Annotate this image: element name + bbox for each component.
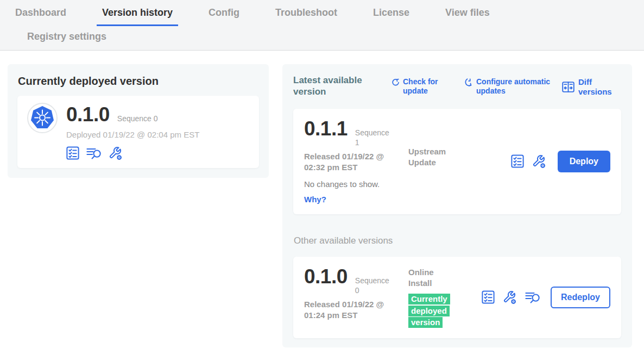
sequence-label: Sequence 1 xyxy=(355,128,390,147)
tab-version-history[interactable]: Version history xyxy=(97,7,178,26)
released-timestamp: Released 01/19/22 @ 01:24 pm EST xyxy=(304,299,395,320)
version-number: 0.1.0 xyxy=(304,266,348,288)
currently-deployed-badge: Currently deployed version xyxy=(408,294,450,328)
deploy-logs-icon[interactable] xyxy=(86,147,102,160)
tab-config[interactable]: Config xyxy=(203,7,245,26)
changes-note: No changes to show. xyxy=(304,179,408,189)
version-source: Online Install xyxy=(408,266,457,288)
latest-available-title: Latest available version xyxy=(293,75,376,97)
currently-deployed-title: Currently deployed version xyxy=(18,75,259,88)
version-row: 0.1.0 Sequence 0 xyxy=(304,266,408,295)
automatic-updates-schedule-icon xyxy=(464,77,473,88)
other-available-versions-title: Other available versions xyxy=(294,235,621,246)
tab-view-files[interactable]: View files xyxy=(440,7,495,26)
tab-dashboard[interactable]: Dashboard xyxy=(10,7,72,26)
preflight-checklist-icon[interactable] xyxy=(66,146,79,160)
why-link[interactable]: Why? xyxy=(304,195,326,204)
other-version-details: 0.1.0 Sequence 0 Released 01/19/22 @ 01:… xyxy=(304,266,408,328)
deployed-version-details: 0.1.0 Sequence 0 Deployed 01/19/22 @ 02:… xyxy=(66,103,199,160)
version-number: 0.1.1 xyxy=(304,118,348,140)
configure-automatic-updates-link[interactable]: Configure automatic updates xyxy=(464,77,562,95)
configure-automatic-updates-label: Configure automatic updates xyxy=(476,77,562,95)
edit-config-wrench-icon[interactable] xyxy=(532,154,546,169)
tab-registry-settings[interactable]: Registry settings xyxy=(22,31,112,42)
version-row: 0.1.0 Sequence 0 xyxy=(66,104,199,126)
deploy-logs-icon[interactable] xyxy=(525,291,540,304)
preflight-checklist-icon[interactable] xyxy=(482,290,495,304)
primary-tabs: Dashboard Version history Config Trouble… xyxy=(0,7,644,26)
main-content: Currently deployed version 0.1.0 Sequenc… xyxy=(0,51,644,347)
top-navigation: Dashboard Version history Config Trouble… xyxy=(0,0,644,51)
sequence-label: Sequence 0 xyxy=(355,276,390,295)
latest-version-card: 0.1.1 Sequence 1 Released 01/19/22 @ 02:… xyxy=(293,109,621,214)
other-card-actions: Redeploy xyxy=(482,287,610,308)
deployed-version-card: 0.1.0 Sequence 0 Deployed 01/19/22 @ 02:… xyxy=(17,96,259,168)
diff-versions-icon xyxy=(562,82,574,92)
kubernetes-logo-icon xyxy=(27,103,58,133)
secondary-tabs: Registry settings xyxy=(0,26,644,50)
preflight-checklist-icon[interactable] xyxy=(511,154,524,168)
other-version-card: 0.1.0 Sequence 0 Released 01/19/22 @ 01:… xyxy=(293,257,621,338)
latest-version-details: 0.1.1 Sequence 1 Released 01/19/22 @ 02:… xyxy=(304,118,408,204)
version-number: 0.1.0 xyxy=(66,104,110,126)
version-source-column: Online Install Currently deployed versio… xyxy=(408,266,467,328)
currently-deployed-badge-wrap: Currently deployed version xyxy=(408,293,455,328)
deploy-button[interactable]: Deploy xyxy=(558,151,610,172)
tab-license[interactable]: License xyxy=(368,7,415,26)
tab-troubleshoot[interactable]: Troubleshoot xyxy=(270,7,343,26)
deployed-timestamp: Deployed 01/19/22 @ 02:04 pm EST xyxy=(66,130,199,139)
version-row: 0.1.1 Sequence 1 xyxy=(304,118,408,147)
latest-available-header: Latest available version Check for updat… xyxy=(293,75,621,97)
version-actions: Check for update Configure automatic upd… xyxy=(391,77,621,96)
latest-card-actions: Deploy xyxy=(511,151,610,172)
diff-versions-link[interactable]: Diff versions xyxy=(562,77,621,96)
sequence-label: Sequence 0 xyxy=(117,114,158,124)
version-source-column: Upstream Update xyxy=(408,118,467,204)
redeploy-button[interactable]: Redeploy xyxy=(551,287,610,308)
deployed-card-actions xyxy=(66,146,199,160)
currently-deployed-panel: Currently deployed version 0.1.0 Sequenc… xyxy=(8,64,269,178)
version-source: Upstream Update xyxy=(408,146,457,167)
released-timestamp: Released 01/19/22 @ 02:32 pm EST xyxy=(304,151,395,172)
edit-config-wrench-icon[interactable] xyxy=(503,290,517,304)
edit-config-wrench-icon[interactable] xyxy=(109,146,123,160)
check-for-update-link[interactable]: Check for update xyxy=(391,77,449,95)
latest-available-panel: Latest available version Check for updat… xyxy=(282,64,632,347)
check-for-update-label: Check for update xyxy=(403,77,449,95)
kots-admin-console: Dashboard Version history Config Trouble… xyxy=(0,0,644,348)
diff-versions-label: Diff versions xyxy=(578,77,621,96)
check-update-refresh-icon xyxy=(391,77,400,87)
